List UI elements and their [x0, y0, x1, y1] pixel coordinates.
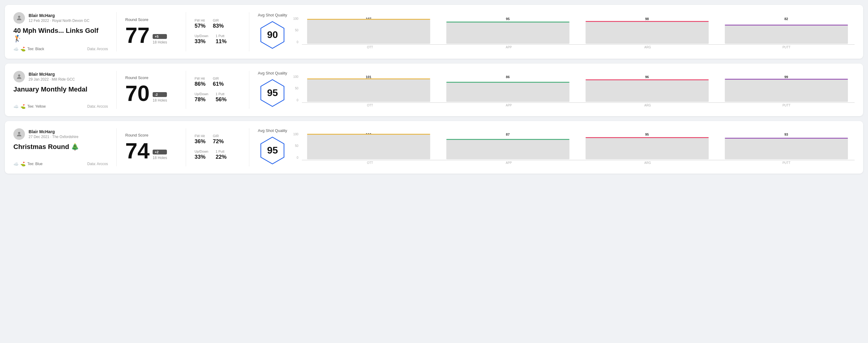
stats-section-0: FW Hit 57% GIR 83% Up/Down 33% 1 Putt 11…: [194, 12, 249, 52]
tee-label-0: Tee: Black: [27, 47, 44, 51]
hexagon-0: 90: [259, 19, 286, 51]
chart-bar-app-0: 95: [439, 17, 576, 44]
stat-fw-hit-2: FW Hit 36%: [194, 134, 206, 145]
chart-bar-putt-1: 99: [718, 75, 855, 102]
score-badge-2: +2: [153, 150, 167, 154]
score-holes-0: 18 Holes: [153, 40, 167, 44]
score-number-1: 70: [125, 83, 150, 104]
score-number-0: 77: [125, 24, 150, 46]
tee-row-1: ☁️ ⛳ Tee: Yellow: [13, 104, 45, 109]
score-display-0: 77 +5 18 Holes: [125, 24, 177, 46]
round-card-2: Blair McHarg 27 Dec 2021 · The Oxfordshi…: [5, 121, 863, 174]
stats-row-top-0: FW Hit 57% GIR 83%: [194, 19, 241, 29]
hex-score-2: 95: [267, 145, 278, 156]
round-title-1: January Monthly Medal: [13, 86, 108, 93]
hexagon-1: 95: [259, 77, 286, 109]
score-badge-0: +5: [153, 34, 167, 39]
oneputt-value-0: 11%: [216, 38, 226, 45]
x-label-arg-0: ARG: [580, 45, 716, 49]
user-meta-0: 12 Feb 2022 · Royal North Devon GC: [29, 19, 89, 23]
tee-type-icon-1: ⛳: [20, 104, 26, 109]
gir-value-1: 61%: [213, 81, 224, 87]
weather-icon-1: ☁️: [13, 104, 19, 109]
chart-bar-app-1: 86: [439, 75, 576, 102]
chart-bar-putt-2: 93: [718, 132, 855, 159]
x-label-ott-1: OTT: [302, 104, 438, 107]
quality-label-0: Avg Shot Quality: [258, 13, 287, 17]
data-source-0: Data: Arccos: [87, 47, 108, 51]
stats-row-top-2: FW Hit 36% GIR 72%: [194, 134, 241, 145]
hexagon-2: 95: [259, 135, 286, 166]
chart-bar-ott-2: 110: [300, 132, 437, 159]
fw-hit-value-1: 86%: [194, 81, 206, 87]
updown-value-1: 78%: [194, 96, 208, 103]
quality-left-1: Avg Shot Quality 95: [258, 71, 287, 109]
round-title-0: 40 Mph Winds... Links Golf 🏌️: [13, 27, 108, 43]
user-meta-1: 29 Jan 2022 · Mill Ride GCC: [29, 77, 75, 82]
stat-oneputt-1: 1 Putt 56%: [216, 92, 226, 103]
svg-point-0: [18, 16, 20, 18]
score-badge-1: -2: [153, 92, 167, 97]
score-detail-1: -2 18 Holes: [153, 92, 167, 102]
stat-gir-0: GIR 83%: [213, 19, 224, 29]
fw-hit-label-0: FW Hit: [194, 19, 206, 22]
left-section-0: Blair McHarg 12 Feb 2022 · Royal North D…: [13, 12, 117, 52]
fw-hit-value-2: 36%: [194, 138, 206, 145]
user-row-0: Blair McHarg 12 Feb 2022 · Royal North D…: [13, 12, 108, 24]
footer-row-2: ☁️ ⛳ Tee: Blue Data: Arccos: [13, 161, 108, 166]
oneputt-value-2: 22%: [216, 154, 226, 160]
tee-type-icon-2: ⛳: [20, 161, 26, 166]
score-detail-2: +2 18 Holes: [153, 150, 167, 160]
footer-row-0: ☁️ ⛳ Tee: Black Data: Arccos: [13, 46, 108, 52]
round-card-0: Blair McHarg 12 Feb 2022 · Royal North D…: [5, 5, 863, 59]
bar-chart-0: 100 50 0 107 95: [293, 14, 855, 49]
gir-value-0: 83%: [213, 23, 224, 29]
chart-bar-ott-1: 101: [300, 75, 437, 102]
x-label-ott-0: OTT: [302, 45, 438, 49]
tee-label-1: Tee: Yellow: [27, 104, 45, 108]
hex-score-1: 95: [267, 87, 278, 98]
user-name-1: Blair McHarg: [29, 72, 75, 76]
weather-icon-0: ☁️: [13, 46, 19, 52]
x-label-putt-0: PUTT: [718, 45, 855, 49]
user-row-1: Blair McHarg 29 Jan 2022 · Mill Ride GCC: [13, 71, 108, 83]
user-info-0: Blair McHarg 12 Feb 2022 · Royal North D…: [29, 13, 89, 23]
updown-value-2: 33%: [194, 154, 208, 160]
score-section-0: Round Score 77 +5 18 Holes: [125, 12, 186, 52]
stat-oneputt-2: 1 Putt 22%: [216, 150, 226, 160]
user-name-0: Blair McHarg: [29, 13, 89, 18]
oneputt-label-0: 1 Putt: [216, 34, 226, 38]
data-source-2: Data: Arccos: [87, 162, 108, 166]
quality-left-2: Avg Shot Quality 95: [258, 128, 287, 166]
fw-hit-value-0: 57%: [194, 23, 206, 29]
user-meta-2: 27 Dec 2021 · The Oxfordshire: [29, 135, 79, 139]
x-label-app-0: APP: [440, 45, 577, 49]
svg-point-1: [18, 74, 20, 76]
oneputt-label-1: 1 Putt: [216, 92, 226, 96]
x-label-putt-2: PUTT: [718, 161, 855, 164]
score-holes-2: 18 Holes: [153, 156, 167, 160]
hex-score-0: 90: [267, 29, 278, 40]
stats-section-1: FW Hit 86% GIR 61% Up/Down 78% 1 Putt 56…: [194, 71, 249, 109]
x-label-ott-2: OTT: [302, 161, 438, 164]
score-display-1: 70 -2 18 Holes: [125, 83, 177, 104]
score-label-0: Round Score: [125, 17, 177, 22]
quality-section-2: Avg Shot Quality 95 100 50 0: [258, 128, 855, 166]
user-info-2: Blair McHarg 27 Dec 2021 · The Oxfordshi…: [29, 129, 79, 139]
gir-value-2: 72%: [213, 138, 224, 145]
stats-section-2: FW Hit 36% GIR 72% Up/Down 33% 1 Putt 22…: [194, 128, 249, 166]
score-number-2: 74: [125, 140, 150, 162]
left-section-1: Blair McHarg 29 Jan 2022 · Mill Ride GCC…: [13, 71, 117, 109]
score-label-1: Round Score: [125, 75, 177, 80]
chart-bar-arg-0: 98: [579, 17, 715, 44]
x-label-arg-2: ARG: [580, 161, 716, 164]
score-section-2: Round Score 74 +2 18 Holes: [125, 128, 186, 166]
tee-type-icon-0: ⛳: [20, 46, 26, 52]
x-label-arg-1: ARG: [580, 104, 716, 107]
svg-point-2: [18, 132, 20, 134]
avatar-0: [13, 12, 25, 24]
footer-row-1: ☁️ ⛳ Tee: Yellow Data: Arccos: [13, 104, 108, 109]
fw-hit-label-2: FW Hit: [194, 134, 206, 138]
tee-row-2: ☁️ ⛳ Tee: Blue: [13, 161, 42, 166]
round-title-2: Christmas Round 🎄: [13, 143, 108, 151]
